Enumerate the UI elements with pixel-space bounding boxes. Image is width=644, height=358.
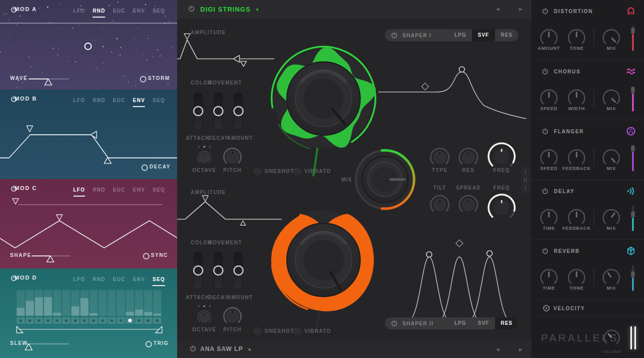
- mod-c-tab-euc[interactable]: EUC: [113, 187, 125, 197]
- mod-a-tab-rnd[interactable]: RND: [93, 8, 105, 18]
- mod-c-tab-rnd[interactable]: RND: [93, 187, 105, 197]
- shaper2-freq-knob[interactable]: [489, 195, 515, 217]
- preset-prev-button[interactable]: ◀: [490, 0, 505, 19]
- mod-b-tab-euc[interactable]: EUC: [113, 98, 125, 107]
- fx-delay-mix-knob[interactable]: [603, 210, 619, 223]
- engine-next-button[interactable]: ▶: [513, 340, 528, 358]
- mod-d-step-12-bar[interactable]: [117, 290, 125, 316]
- routing-button-2[interactable]: [521, 176, 530, 185]
- fx-chorus-width-knob[interactable]: [569, 90, 585, 104]
- shaper1-freq-knob[interactable]: [489, 143, 515, 165]
- fx-delay-level-slider[interactable]: [631, 206, 635, 230]
- mod-b-tab-seq[interactable]: SEQ: [152, 98, 165, 107]
- fx-chorus-speed-knob[interactable]: [541, 90, 557, 104]
- mod-d-step-16-bar[interactable]: [153, 290, 162, 316]
- voice-a-pitch-knob[interactable]: [224, 148, 241, 163]
- fx-chorus-power-icon[interactable]: [541, 68, 549, 75]
- mod-d-step-11-bar[interactable]: [108, 290, 116, 316]
- mod-a-tab-seq[interactable]: SEQ: [152, 8, 165, 18]
- voice-b-vibrato-toggle[interactable]: [293, 327, 301, 335]
- fx-reverb-time-knob[interactable]: [541, 270, 557, 283]
- voice-b-pitch-knob[interactable]: [224, 308, 241, 322]
- mod-c-tab-env[interactable]: ENV: [133, 187, 145, 197]
- shaper1-power-icon[interactable]: [390, 32, 398, 39]
- mod-c-tab-lfo[interactable]: LFO: [73, 187, 86, 197]
- fx-distortion-amount-knob[interactable]: [541, 30, 557, 43]
- mod-d-step-9-bar[interactable]: [90, 290, 98, 316]
- shaper2-mode-res[interactable]: RES: [495, 317, 518, 329]
- mod-c-tab-seq[interactable]: SEQ: [152, 187, 165, 197]
- shaper1-mode-svf[interactable]: SVF: [472, 29, 495, 41]
- fx-distortion-power-icon[interactable]: [541, 8, 549, 15]
- velocity-icon[interactable]: [542, 304, 550, 312]
- engine-power-icon[interactable]: [189, 345, 197, 352]
- voice-a-amount-slider[interactable]: [234, 93, 243, 130]
- mod-a-tab-euc[interactable]: EUC: [113, 8, 125, 18]
- mod-d-step-10-bar[interactable]: [99, 290, 107, 316]
- voice-b-decay-slider[interactable]: [214, 252, 223, 289]
- voice-b-attack-slider[interactable]: [194, 252, 203, 289]
- mod-a-storm-toggle[interactable]: [140, 76, 146, 82]
- shaper1-mode-lpg[interactable]: LPG: [449, 29, 472, 41]
- mod-a-tab-env[interactable]: ENV: [133, 8, 145, 18]
- fx-distortion-mix-knob[interactable]: [603, 30, 619, 43]
- mod-c-sync-toggle[interactable]: [143, 253, 149, 259]
- mod-a-tab-lfo[interactable]: LFO: [73, 8, 86, 18]
- routing-button-1[interactable]: [521, 167, 530, 176]
- mod-b-tab-lfo[interactable]: LFO: [73, 98, 86, 107]
- mod-b-decay-toggle[interactable]: [141, 164, 148, 171]
- master-volume-knob[interactable]: [602, 328, 622, 348]
- shaper2-mode-lpg[interactable]: LPG: [449, 317, 472, 329]
- voice-a-octave-knob[interactable]: [198, 151, 211, 163]
- fx-reverb-tone-knob[interactable]: [569, 270, 585, 283]
- shaper1-mode-res[interactable]: RES: [495, 29, 518, 41]
- preset-selector[interactable]: DIGI STRINGS▼: [200, 6, 260, 13]
- routing-button-3[interactable]: [521, 185, 530, 193]
- fx-delay-time-knob[interactable]: [541, 210, 557, 223]
- fx-reverb-level-slider[interactable]: [631, 266, 635, 290]
- shaper1-res-knob[interactable]: [459, 148, 477, 164]
- fx-flanger-level-slider[interactable]: [631, 145, 635, 170]
- mod-d-trig-toggle[interactable]: [145, 341, 152, 347]
- shaper1-type-knob[interactable]: [431, 148, 449, 164]
- mix-label: MIX: [341, 177, 352, 183]
- fx-flanger-speed-knob[interactable]: [541, 150, 557, 163]
- fx-reverb-mix-knob[interactable]: [603, 270, 619, 283]
- mod-d-tab-rnd[interactable]: RND: [93, 277, 105, 286]
- voice-a-decay-slider[interactable]: [214, 93, 223, 130]
- mix-knob[interactable]: [356, 150, 414, 209]
- shaper2-power-icon[interactable]: [390, 320, 398, 327]
- fx-delay-feedback-knob[interactable]: [569, 210, 585, 223]
- fx-distortion-tone-knob[interactable]: [569, 30, 585, 43]
- engine-selector[interactable]: ANA SAW LP▲: [200, 345, 252, 352]
- mod-d-tab-euc[interactable]: EUC: [113, 277, 125, 286]
- fx-flanger-power-icon[interactable]: [541, 128, 549, 135]
- voice-a-vibrato-toggle[interactable]: [293, 167, 301, 175]
- mod-d-step-15-bar[interactable]: [144, 290, 152, 316]
- shaper2-spread-knob[interactable]: [459, 196, 477, 211]
- fx-distortion-level-slider[interactable]: [631, 26, 635, 50]
- fx-chorus-mix-knob[interactable]: [603, 90, 619, 104]
- voice-a-oneshot-toggle[interactable]: [254, 167, 261, 175]
- fx-chorus-level-slider[interactable]: [631, 86, 635, 111]
- preset-power-icon[interactable]: [188, 5, 195, 13]
- fx-flanger-feedback-knob[interactable]: [569, 150, 585, 163]
- voice-b-amount-slider[interactable]: [234, 252, 243, 289]
- mod-d-tab-env[interactable]: ENV: [133, 277, 145, 286]
- preset-next-button[interactable]: ▶: [513, 0, 528, 19]
- shaper2-tilt-knob[interactable]: [431, 196, 449, 211]
- mod-d-step-6-bar[interactable]: [62, 290, 70, 316]
- mod-d-tab-seq[interactable]: SEQ: [152, 277, 165, 286]
- fx-flanger-mix-knob[interactable]: [603, 150, 619, 163]
- fx-delay-power-icon[interactable]: [541, 188, 549, 195]
- mod-b-tab-rnd[interactable]: RND: [93, 98, 105, 107]
- voice-b-octave-knob[interactable]: [198, 311, 211, 322]
- fx-reverb-power-icon[interactable]: [541, 247, 549, 255]
- mod-b-tab-env[interactable]: ENV: [133, 98, 145, 107]
- mod-d-tab-lfo[interactable]: LFO: [73, 277, 86, 286]
- shaper2-mode-svf[interactable]: SVF: [472, 317, 495, 329]
- engine-prev-button[interactable]: ◀: [490, 340, 505, 358]
- voice-a-attack-slider[interactable]: [194, 93, 203, 130]
- mod-d-step-5-bar[interactable]: [53, 290, 61, 316]
- voice-b-oneshot-toggle[interactable]: [254, 327, 261, 335]
